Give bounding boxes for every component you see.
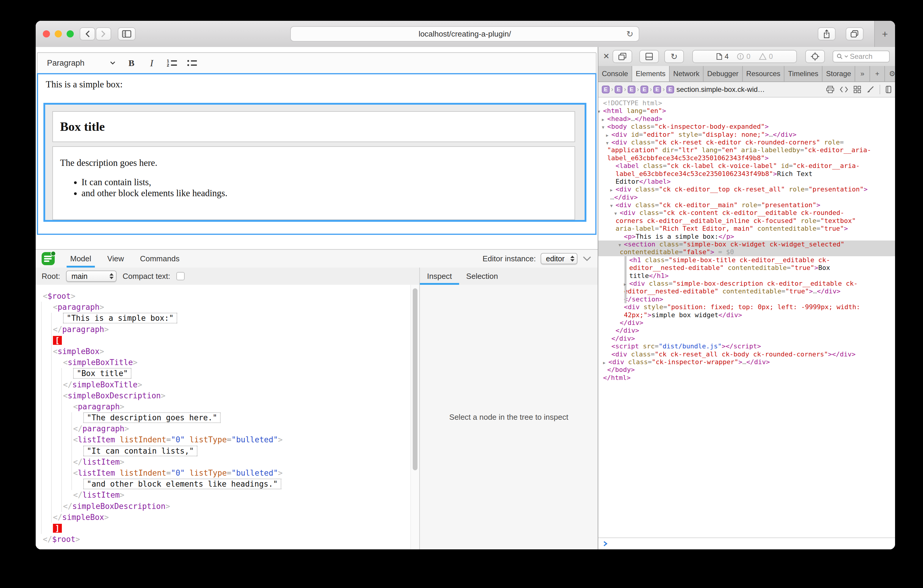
inspector-tab-model[interactable]: Model — [67, 250, 95, 268]
dom-tree-line[interactable]: <div class="ck ck-reset_all ck-body ck-r… — [598, 350, 895, 358]
dom-tree-line[interactable]: ▼<section class="simple-box ck-widget ck… — [598, 240, 895, 248]
dom-tree-line[interactable]: aria-label="Rich Text Editor, main" cont… — [598, 225, 895, 232]
model-tree-node[interactable]: "Box title" — [36, 368, 411, 379]
element-badge[interactable]: E — [641, 85, 648, 94]
description-list[interactable]: It can contain lists,and other block ele… — [53, 177, 575, 199]
model-tree-node[interactable]: </paragraph> — [36, 324, 411, 335]
dom-tree-line[interactable]: corners ck-editor__editable_inline ck-fo… — [598, 217, 895, 225]
element-badge[interactable]: E — [615, 85, 622, 94]
paragraph-dropdown[interactable]: Paragraph — [47, 59, 122, 68]
detach-window-button[interactable] — [613, 50, 632, 63]
dom-tree-line[interactable]: 42px;">simple box widget</div> — [598, 311, 895, 319]
dom-tree-line[interactable]: ▼<body class="ck-inspector-body-expanded… — [598, 123, 895, 130]
dom-tree-line[interactable]: </div> — [598, 327, 895, 334]
dom-tree-line[interactable]: label_e63cbbfece34c53ce23501062343f49b8"… — [598, 154, 895, 162]
new-tab-button[interactable]: + — [874, 21, 895, 47]
model-tree-node[interactable]: <listItem listIndent="0" listType="bulle… — [36, 468, 411, 479]
bulleted-list-button[interactable] — [184, 55, 200, 71]
devtools-tab-network[interactable]: Network — [670, 66, 703, 81]
disclosure-open-icon[interactable]: ▼ — [606, 139, 608, 147]
simple-box-title[interactable]: Box title — [53, 111, 575, 142]
disclosure-closed-icon[interactable]: ▶ — [602, 116, 604, 123]
disclosure-open-icon[interactable]: ▼ — [614, 210, 617, 217]
print-icon[interactable] — [826, 85, 834, 94]
dom-tree-line[interactable]: editor__nested-editable" contenteditable… — [598, 287, 895, 295]
add-tab-icon[interactable]: + — [870, 66, 885, 81]
dom-tree-line[interactable]: ▶<div class="simple-box-description ck-e… — [598, 280, 895, 287]
model-tree-node[interactable]: <simpleBoxDescription> — [36, 390, 411, 401]
inspector-side-tab-selection[interactable]: Selection — [459, 268, 505, 285]
model-tree-node[interactable]: </simpleBox> — [36, 512, 411, 523]
dom-tree-line[interactable]: ▶<div id="editor" style="display: none;"… — [598, 131, 895, 138]
dom-tree-line[interactable]: "application" dir="ltr" lang="en" aria-l… — [598, 146, 895, 154]
dom-tree-line[interactable]: </section> — [598, 296, 895, 303]
dom-tree-line[interactable]: ▶<head>…</head> — [598, 115, 895, 123]
model-tree-node[interactable]: </listItem> — [36, 457, 411, 468]
dom-tree-line[interactable]: </html> — [598, 374, 895, 382]
dom-tree-line[interactable]: <div style="position: fixed; top: 0px; l… — [598, 303, 895, 311]
intro-paragraph[interactable]: This is a simple box: — [46, 79, 123, 90]
compact-text-checkbox[interactable] — [176, 272, 185, 280]
devtools-tab-timelines[interactable]: Timelines — [784, 66, 823, 81]
breadcrumb-selected-node[interactable]: section.simple-box.ck-wid… — [677, 85, 765, 94]
element-badge[interactable]: E — [602, 85, 609, 94]
description-bullet[interactable]: It can contain lists, — [82, 177, 575, 187]
resource-status-button[interactable]: 4 0 0 — [692, 50, 797, 63]
tree-scrollbar[interactable] — [411, 285, 419, 549]
share-button[interactable] — [818, 27, 836, 40]
dom-tree-line[interactable]: </div> — [598, 335, 895, 342]
model-tree-node[interactable]: <simpleBoxTitle> — [36, 357, 411, 368]
model-tree-node[interactable]: <simpleBox> — [36, 346, 411, 357]
dock-bottom-button[interactable] — [639, 50, 659, 63]
disclosure-closed-icon[interactable]: ▶ — [610, 186, 613, 194]
dom-tree-line[interactable]: <label class="ck ck-label ck-voice-label… — [598, 162, 895, 170]
model-tree-node[interactable]: </paragraph> — [36, 423, 411, 434]
disclosure-closed-icon[interactable]: ▶ — [624, 280, 626, 288]
devtools-tab-storage[interactable]: Storage — [823, 66, 855, 81]
zoom-traffic-button[interactable] — [67, 30, 74, 38]
model-tree-node[interactable]: </simpleBoxTitle> — [36, 379, 411, 390]
address-bar[interactable]: localhost/creating-a-plugin/ ↻ — [290, 26, 639, 42]
model-tree-node[interactable]: <listItem listIndent="0" listType="bulle… — [36, 434, 411, 445]
devtools-tab-resources[interactable]: Resources — [743, 66, 785, 81]
dom-tree-line[interactable]: editor__nested-editable" contenteditable… — [598, 264, 895, 272]
tab-overview-button[interactable] — [846, 27, 864, 40]
italic-button[interactable]: I — [144, 55, 159, 71]
close-icon[interactable]: ✕ — [603, 52, 609, 61]
devtools-search-field[interactable]: Search — [833, 51, 890, 62]
dom-tree-line[interactable]: <script src="dist/bundle.js"></script> — [598, 342, 895, 350]
model-tree-node[interactable]: </$root> — [36, 534, 411, 545]
grid-icon[interactable] — [853, 85, 861, 94]
console-prompt[interactable] — [598, 537, 895, 549]
dom-tree-line[interactable]: contenteditable="false"> = $0 — [598, 248, 895, 256]
reload-icon[interactable]: ↻ — [627, 29, 633, 39]
disclosure-open-icon[interactable]: ▼ — [602, 123, 604, 131]
element-badge[interactable]: E — [653, 85, 661, 94]
model-tree-node[interactable]: <paragraph> — [36, 302, 411, 313]
dom-tree-line[interactable]: <p>This is a simple box:</p> — [598, 233, 895, 240]
collapse-inspector-icon[interactable] — [582, 256, 592, 261]
dom-tree-line[interactable]: ▼<html lang="en"> — [598, 107, 895, 115]
dom-tree-line[interactable]: <h1 class="simple-box-title ck-editor__e… — [598, 256, 895, 264]
dom-tree-line[interactable]: …</div> — [598, 194, 895, 201]
root-select[interactable]: main — [66, 271, 117, 282]
model-tree-node[interactable]: "This is a simple box:" — [36, 313, 411, 324]
devtools-tab-debugger[interactable]: Debugger — [703, 66, 742, 81]
reload-page-button[interactable]: ↻ — [664, 50, 684, 63]
simple-box-widget[interactable]: Box title The description goes here. It … — [43, 103, 586, 222]
disclosure-closed-icon[interactable]: ▶ — [606, 131, 608, 139]
model-tree-node[interactable]: "and other block elements like headings.… — [36, 479, 411, 489]
model-tree-node[interactable]: "The description goes here." — [36, 412, 411, 423]
model-tree-node[interactable]: "It can contain lists," — [36, 446, 411, 457]
disclosure-closed-icon[interactable]: ▶ — [603, 359, 605, 366]
model-tree-node[interactable]: </simpleBoxDescription> — [36, 501, 411, 512]
inspector-tab-commands[interactable]: Commands — [136, 250, 183, 268]
numbered-list-button[interactable]: 1 2 — [164, 55, 180, 71]
model-tree-node[interactable]: <$root> — [36, 291, 411, 302]
editor-editable-area[interactable]: This is a simple box: Box title The desc… — [37, 73, 596, 235]
disclosure-open-icon[interactable]: ▼ — [610, 202, 613, 210]
dom-tree-line[interactable]: </body> — [598, 366, 895, 374]
dom-tree-line[interactable]: <!DOCTYPE html> — [598, 99, 895, 107]
bold-button[interactable]: B — [124, 55, 139, 71]
model-tree-node[interactable]: ] — [36, 523, 411, 534]
